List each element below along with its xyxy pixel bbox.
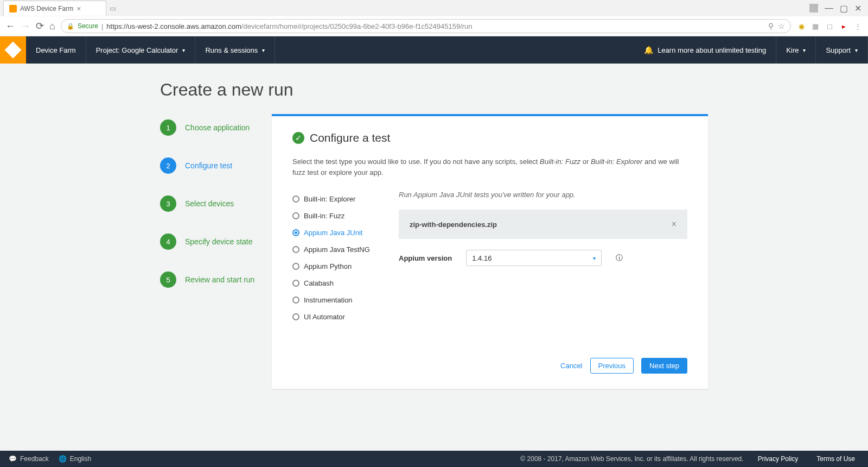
test-type-radio-group: Built-in: ExplorerBuilt-in: FuzzAppium J…	[292, 191, 381, 325]
extension-icon[interactable]: ◻	[825, 21, 834, 31]
copyright-text: © 2008 - 2017, Amazon Web Services, Inc.…	[520, 455, 743, 463]
star-icon[interactable]: ☆	[778, 22, 785, 30]
browser-tab[interactable]: AWS Device Farm ×	[3, 1, 106, 16]
cancel-button[interactable]: Cancel	[560, 362, 582, 370]
step-label: Choose application	[185, 123, 250, 132]
panel-title: Configure a test	[310, 131, 390, 144]
test-type-option[interactable]: Instrumentation	[292, 292, 381, 308]
privacy-policy-link[interactable]: Privacy Policy	[754, 455, 803, 463]
extension-icons: ◉ ▦ ◻ ▸ ⋮	[796, 21, 863, 31]
uploaded-file: zip-with-dependencies.zip ×	[399, 210, 687, 239]
config-panel: ✓ Configure a test Select the test type …	[272, 114, 708, 389]
wizard-steps: 1Choose application2Configure test3Selec…	[160, 114, 258, 310]
step-number-badge: 2	[160, 157, 176, 174]
step-number-badge: 1	[160, 119, 176, 136]
user-icon[interactable]	[809, 4, 818, 12]
remove-file-icon[interactable]: ×	[672, 219, 676, 229]
step-number-badge: 4	[160, 234, 176, 250]
aws-top-nav: Device Farm Project: Google Calculator▾ …	[0, 36, 868, 64]
chevron-down-icon: ▾	[182, 47, 185, 53]
file-name: zip-with-dependencies.zip	[410, 220, 497, 229]
wizard-step-3[interactable]: 3Select devices	[160, 195, 258, 212]
radio-icon	[292, 280, 299, 287]
lock-icon: 🔒	[67, 23, 74, 30]
radio-icon	[292, 296, 299, 304]
wizard-step-5[interactable]: 5Review and start run	[160, 272, 258, 288]
window-controls: — ▢ ✕	[809, 3, 868, 14]
test-type-option[interactable]: Appium Java TestNG	[292, 241, 381, 258]
radio-label: Appium Java TestNG	[304, 245, 370, 254]
back-icon[interactable]: ←	[5, 21, 15, 32]
new-tab-button[interactable]: ▭	[106, 4, 119, 12]
panel-description: Select the test type you would like to u…	[292, 156, 687, 178]
globe-icon: 🌐	[59, 455, 67, 463]
aws-footer: 💬Feedback 🌐English © 2008 - 2017, Amazon…	[0, 451, 868, 467]
secure-label: Secure	[78, 22, 98, 30]
radio-label: Built-in: Fuzz	[304, 212, 344, 220]
select-value: 1.4.16	[472, 254, 492, 262]
nav-service[interactable]: Device Farm	[26, 36, 86, 64]
home-icon[interactable]: ⌂	[49, 21, 55, 32]
step-number-badge: 3	[160, 195, 176, 212]
radio-label: UI Automator	[304, 313, 345, 321]
nav-support-dropdown[interactable]: Support▾	[816, 36, 868, 64]
close-icon[interactable]: ×	[76, 4, 81, 13]
forward-icon: →	[21, 21, 30, 32]
speech-bubble-icon: 💬	[9, 455, 17, 463]
wizard-step-1[interactable]: 1Choose application	[160, 119, 258, 136]
nav-user-dropdown[interactable]: Kire▾	[776, 36, 816, 64]
test-type-hint: Run Appium Java JUnit tests you've writt…	[399, 191, 687, 199]
nav-runs-dropdown[interactable]: Runs & sessions▾	[195, 36, 275, 64]
radio-label: Built-in: Explorer	[304, 195, 355, 203]
radio-label: Instrumentation	[304, 296, 353, 304]
radio-label: Appium Java JUnit	[304, 229, 362, 237]
previous-button[interactable]: Previous	[590, 358, 634, 374]
radio-icon	[292, 313, 299, 320]
extension-icon[interactable]: ◉	[796, 21, 806, 31]
chevron-down-icon: ▾	[803, 47, 806, 53]
nav-learn-more[interactable]: 🔔Learn more about unlimited testing	[634, 36, 776, 64]
nav-project-dropdown[interactable]: Project: Google Calculator▾	[86, 36, 196, 64]
maximize-icon[interactable]: ▢	[840, 3, 848, 14]
extension-icon[interactable]: ▦	[810, 21, 820, 31]
radio-label: Appium Python	[304, 262, 352, 270]
language-button[interactable]: 🌐English	[59, 455, 91, 463]
page-title: Create a new run	[160, 80, 708, 100]
step-label: Select devices	[185, 199, 234, 208]
bell-icon: 🔔	[644, 46, 653, 54]
extension-icon[interactable]: ▸	[839, 21, 848, 31]
terms-link[interactable]: Terms of Use	[812, 455, 859, 463]
info-icon[interactable]: ⓘ	[616, 253, 623, 263]
radio-icon	[292, 195, 299, 203]
appium-version-select[interactable]: 1.4.16 ▾	[466, 250, 602, 266]
wizard-step-4[interactable]: 4Specify device state	[160, 234, 258, 250]
test-type-option[interactable]: Built-in: Fuzz	[292, 207, 381, 224]
menu-icon[interactable]: ⋮	[853, 21, 863, 31]
reload-icon[interactable]: ⟳	[36, 20, 44, 32]
appium-version-label: Appium version	[399, 254, 452, 262]
test-type-option[interactable]: Appium Java JUnit	[292, 224, 381, 241]
search-icon[interactable]: ⚲	[768, 22, 774, 30]
test-type-option[interactable]: Built-in: Explorer	[292, 191, 381, 207]
test-type-option[interactable]: UI Automator	[292, 308, 381, 325]
url-text: https://us-west-2.console.aws.amazon.com…	[106, 22, 765, 30]
chevron-down-icon: ▾	[855, 47, 858, 53]
radio-icon	[292, 212, 299, 219]
wizard-step-2[interactable]: 2Configure test	[160, 157, 258, 174]
next-step-button[interactable]: Next step	[641, 358, 687, 374]
favicon-icon	[9, 5, 17, 12]
minimize-icon[interactable]: —	[825, 3, 833, 13]
window-close-icon[interactable]: ✕	[854, 3, 861, 14]
radio-icon	[292, 246, 299, 253]
radio-icon	[292, 263, 299, 270]
test-type-option[interactable]: Appium Python	[292, 258, 381, 275]
step-number-badge: 5	[160, 272, 176, 288]
radio-icon	[292, 229, 299, 236]
browser-tab-bar: AWS Device Farm × ▭ — ▢ ✕	[0, 0, 868, 16]
chevron-down-icon: ▾	[593, 255, 596, 261]
test-type-option[interactable]: Calabash	[292, 275, 381, 292]
url-input[interactable]: 🔒 Secure | https://us-west-2.console.aws…	[61, 19, 791, 33]
feedback-button[interactable]: 💬Feedback	[9, 455, 49, 463]
step-label: Review and start run	[185, 275, 254, 284]
aws-logo-icon[interactable]	[0, 36, 26, 64]
